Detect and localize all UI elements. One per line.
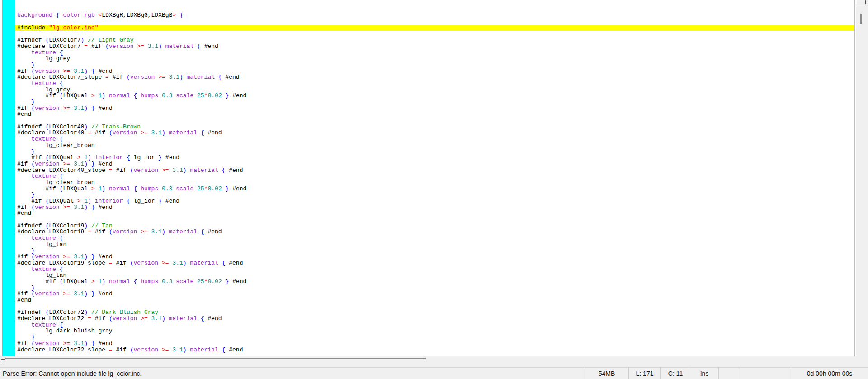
code-line: #if (version >= 3.1) } #end [15,341,854,347]
editor-window: background { color rgb <LDXBgR,LDXBgG,LD… [0,0,868,356]
code-segment: #if [95,315,105,322]
code-line: #ifndef (LDXColor7) // Light Gray [15,37,854,43]
code-segment: { [127,154,130,161]
code-segment: { [201,228,204,235]
code-segment [215,74,218,81]
editor-gutter[interactable] [3,0,15,356]
code-segment: scale [176,92,193,99]
code-line: #declare LDXColor72 = #if (version >= 3.… [15,316,854,322]
code-segment: #if [95,129,105,136]
code-segment: ) [158,43,162,50]
code-segment [222,185,226,192]
code-segment: version [134,260,159,266]
code-line: #if (version >= 3.1) } #end [15,291,854,297]
status-cell-memory: 54MB [585,368,628,379]
code-segment [158,92,162,99]
code-segment: = [88,228,91,235]
code-segment: } [158,198,162,204]
code-segment [201,43,204,50]
code-segment: color [63,12,80,19]
code-line [15,217,854,223]
code-segment [105,278,109,285]
code-segment: ) [179,74,183,81]
code-segment [197,315,201,322]
horizontal-scrollbar[interactable] [0,356,868,367]
code-segment [162,198,165,204]
code-segment: = [109,346,113,353]
code-line: } [15,99,854,105]
code-segment: scale [176,185,193,192]
code-segment: 0.3 [162,92,172,99]
code-segment [127,346,130,353]
code-segment: = [109,167,113,174]
code-line: lg_grey [15,56,854,62]
code-segment: ) [102,185,105,192]
code-segment: ) [84,290,88,297]
code-segment: #if [95,228,105,235]
code-segment: > [91,185,95,192]
code-line: background { color rgb <LDXBgR,LDXBgG,LD… [15,12,854,19]
code-segment: ( [130,260,134,266]
code-area[interactable]: background { color rgb <LDXBgR,LDXBgG,LD… [15,0,855,356]
code-segment: ) [84,204,88,211]
code-line: texture { [15,173,854,180]
code-segment [91,228,95,235]
code-line: #declare LDXColor72_slope = #if (version… [15,347,854,353]
code-segment [56,278,60,285]
horizontal-scrollbar-thumb[interactable] [5,358,426,359]
code-line: } [15,62,854,68]
code-segment: ( [109,228,113,235]
code-segment: version [113,315,137,322]
code-segment: material [169,129,197,136]
code-segment: "lg_color.inc" [49,24,98,31]
status-cell-column: C: 11 [660,368,690,379]
code-line: #if (LDXQual > 1) normal { bumps 0.3 sca… [15,279,854,285]
code-line: } [15,248,854,254]
code-segment: version [134,346,159,353]
splitter-handle-icon[interactable] [1,359,5,365]
vertical-scrollbar[interactable] [856,0,868,367]
code-segment [105,228,109,235]
code-segment: > [172,12,176,19]
code-segment [70,204,74,211]
code-segment: >= [141,129,148,136]
code-segment: >= [63,204,70,211]
code-segment: version [113,129,137,136]
code-segment: = [88,129,91,136]
code-segment: #end [165,198,179,204]
code-segment [91,129,95,136]
code-segment: >= [162,346,169,353]
code-line: #if (LDXQual > 1) normal { bumps 0.3 sca… [15,186,854,192]
code-segment: version [35,105,60,112]
code-line: texture { [15,322,854,328]
splitter-handle-icon[interactable] [856,0,866,4]
code-segment: version [109,43,134,50]
code-segment: 0.3 [162,278,172,285]
code-segment: #if [45,92,56,99]
code-segment: LDXBgR,LDXBgG,LDXBgB [102,12,172,19]
code-segment [165,315,169,322]
code-segment: 3.1 [74,105,84,112]
statusbar-divider [0,366,868,366]
code-segment [158,167,162,174]
code-segment: >= [162,167,169,174]
code-segment: material [187,74,215,81]
code-segment [56,92,60,99]
code-segment: > [91,278,95,285]
vertical-scrollbar-thumb[interactable] [860,14,862,24]
code-line: lg_grey [15,87,854,93]
code-segment: 3.1 [151,315,162,322]
code-segment [56,185,60,192]
code-segment [88,105,91,112]
code-segment: { [201,129,204,136]
code-segment: LDXQual [63,92,91,99]
code-segment: normal [109,278,130,285]
code-segment: #if [116,346,126,353]
code-segment [88,43,91,50]
code-segment: ) [102,92,105,99]
code-line: #declare LDXColor7 = #if (version >= 3.1… [15,43,854,50]
code-segment [193,278,197,285]
code-segment [222,278,226,285]
code-segment: #end [17,297,31,303]
code-segment: #end [229,167,243,174]
